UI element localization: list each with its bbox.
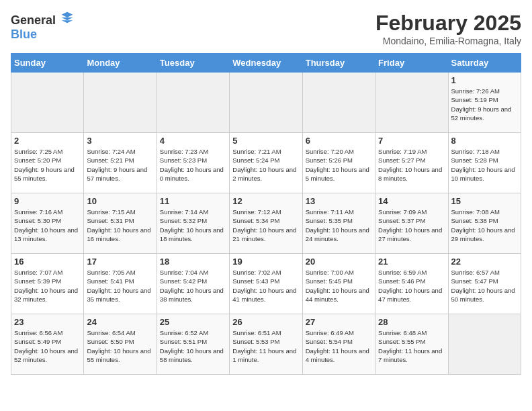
day-info: Sunrise: 7:04 AM Sunset: 5:42 PM Dayligh… — [160, 268, 226, 304]
calendar-cell: 22Sunrise: 6:57 AM Sunset: 5:47 PM Dayli… — [448, 254, 521, 314]
calendar-cell: 13Sunrise: 7:11 AM Sunset: 5:35 PM Dayli… — [302, 193, 375, 254]
day-header-thursday: Thursday — [302, 54, 375, 73]
day-number: 17 — [87, 257, 153, 267]
day-number: 20 — [306, 257, 372, 267]
day-number: 22 — [451, 257, 518, 267]
day-info: Sunrise: 6:57 AM Sunset: 5:47 PM Dayligh… — [451, 268, 518, 304]
logo-general: General — [11, 13, 56, 27]
day-number: 19 — [232, 257, 299, 267]
day-info: Sunrise: 6:59 AM Sunset: 5:46 PM Dayligh… — [378, 268, 445, 304]
calendar-cell: 3Sunrise: 7:24 AM Sunset: 5:21 PM Daylig… — [84, 133, 157, 193]
day-header-tuesday: Tuesday — [157, 54, 229, 73]
calendar-table: SundayMondayTuesdayWednesdayThursdayFrid… — [11, 53, 521, 375]
day-number: 16 — [14, 257, 81, 267]
day-number: 9 — [14, 196, 81, 206]
calendar-cell: 25Sunrise: 6:52 AM Sunset: 5:51 PM Dayli… — [157, 314, 229, 375]
day-info: Sunrise: 7:02 AM Sunset: 5:43 PM Dayligh… — [232, 268, 299, 304]
day-info: Sunrise: 7:16 AM Sunset: 5:30 PM Dayligh… — [14, 208, 81, 243]
day-info: Sunrise: 7:12 AM Sunset: 5:34 PM Dayligh… — [232, 208, 299, 243]
calendar-title: February 2025 — [375, 11, 521, 36]
day-info: Sunrise: 7:05 AM Sunset: 5:41 PM Dayligh… — [87, 268, 153, 304]
calendar-header: General Blue February 2025 Mondaino, Emi… — [11, 11, 521, 46]
day-info: Sunrise: 7:24 AM Sunset: 5:21 PM Dayligh… — [87, 147, 153, 183]
day-info: Sunrise: 7:08 AM Sunset: 5:38 PM Dayligh… — [451, 208, 518, 243]
day-info: Sunrise: 7:15 AM Sunset: 5:31 PM Dayligh… — [87, 208, 153, 243]
calendar-cell: 19Sunrise: 7:02 AM Sunset: 5:43 PM Dayli… — [230, 254, 302, 314]
calendar-cell: 6Sunrise: 7:20 AM Sunset: 5:26 PM Daylig… — [302, 133, 375, 193]
calendar-cell: 4Sunrise: 7:23 AM Sunset: 5:23 PM Daylig… — [157, 133, 229, 193]
day-header-friday: Friday — [375, 54, 448, 73]
day-info: Sunrise: 7:18 AM Sunset: 5:28 PM Dayligh… — [451, 147, 518, 183]
calendar-cell — [84, 73, 157, 133]
calendar-week-4: 16Sunrise: 7:07 AM Sunset: 5:39 PM Dayli… — [11, 254, 521, 314]
calendar-week-1: 1Sunrise: 7:26 AM Sunset: 5:19 PM Daylig… — [11, 73, 521, 133]
calendar-cell — [375, 73, 448, 133]
day-info: Sunrise: 7:19 AM Sunset: 5:27 PM Dayligh… — [378, 147, 445, 183]
calendar-week-3: 9Sunrise: 7:16 AM Sunset: 5:30 PM Daylig… — [11, 193, 521, 254]
day-info: Sunrise: 7:09 AM Sunset: 5:37 PM Dayligh… — [378, 208, 445, 243]
day-number: 27 — [306, 317, 372, 327]
day-header-saturday: Saturday — [448, 54, 521, 73]
calendar-cell: 10Sunrise: 7:15 AM Sunset: 5:31 PM Dayli… — [84, 193, 157, 254]
day-number: 3 — [87, 136, 153, 146]
calendar-cell: 11Sunrise: 7:14 AM Sunset: 5:32 PM Dayli… — [157, 193, 229, 254]
day-info: Sunrise: 7:00 AM Sunset: 5:45 PM Dayligh… — [306, 268, 372, 304]
calendar-cell: 12Sunrise: 7:12 AM Sunset: 5:34 PM Dayli… — [230, 193, 302, 254]
day-number: 23 — [14, 317, 81, 327]
day-info: Sunrise: 7:07 AM Sunset: 5:39 PM Dayligh… — [14, 268, 81, 304]
day-info: Sunrise: 6:54 AM Sunset: 5:50 PM Dayligh… — [87, 328, 153, 364]
day-number: 1 — [451, 75, 518, 85]
calendar-cell: 15Sunrise: 7:08 AM Sunset: 5:38 PM Dayli… — [448, 193, 521, 254]
calendar-cell: 2Sunrise: 7:25 AM Sunset: 5:20 PM Daylig… — [11, 133, 84, 193]
calendar-cell: 7Sunrise: 7:19 AM Sunset: 5:27 PM Daylig… — [375, 133, 448, 193]
calendar-cell: 26Sunrise: 6:51 AM Sunset: 5:53 PM Dayli… — [230, 314, 302, 375]
day-info: Sunrise: 6:48 AM Sunset: 5:55 PM Dayligh… — [378, 328, 445, 364]
title-area: February 2025 Mondaino, Emilia-Romagna, … — [375, 11, 521, 46]
day-info: Sunrise: 7:14 AM Sunset: 5:32 PM Dayligh… — [160, 208, 226, 243]
day-number: 11 — [160, 196, 226, 206]
calendar-cell: 5Sunrise: 7:21 AM Sunset: 5:24 PM Daylig… — [230, 133, 302, 193]
day-header-sunday: Sunday — [11, 54, 84, 73]
day-info: Sunrise: 7:25 AM Sunset: 5:20 PM Dayligh… — [14, 147, 81, 183]
calendar-cell: 24Sunrise: 6:54 AM Sunset: 5:50 PM Dayli… — [84, 314, 157, 375]
day-info: Sunrise: 6:52 AM Sunset: 5:51 PM Dayligh… — [160, 328, 226, 364]
day-info: Sunrise: 7:20 AM Sunset: 5:26 PM Dayligh… — [306, 147, 372, 183]
calendar-cell: 27Sunrise: 6:49 AM Sunset: 5:54 PM Dayli… — [302, 314, 375, 375]
calendar-cell: 18Sunrise: 7:04 AM Sunset: 5:42 PM Dayli… — [157, 254, 229, 314]
day-number: 13 — [306, 196, 372, 206]
calendar-cell: 20Sunrise: 7:00 AM Sunset: 5:45 PM Dayli… — [302, 254, 375, 314]
calendar-cell — [448, 314, 521, 375]
day-info: Sunrise: 7:26 AM Sunset: 5:19 PM Dayligh… — [451, 87, 518, 122]
logo-icon — [60, 11, 74, 24]
calendar-week-2: 2Sunrise: 7:25 AM Sunset: 5:20 PM Daylig… — [11, 133, 521, 193]
calendar-cell — [230, 73, 302, 133]
day-info: Sunrise: 6:56 AM Sunset: 5:49 PM Dayligh… — [14, 328, 81, 364]
calendar-cell: 28Sunrise: 6:48 AM Sunset: 5:55 PM Dayli… — [375, 314, 448, 375]
calendar-header-row: SundayMondayTuesdayWednesdayThursdayFrid… — [11, 54, 521, 73]
day-info: Sunrise: 6:49 AM Sunset: 5:54 PM Dayligh… — [306, 328, 372, 364]
logo-text: General Blue — [11, 11, 74, 42]
calendar-cell: 14Sunrise: 7:09 AM Sunset: 5:37 PM Dayli… — [375, 193, 448, 254]
day-number: 21 — [378, 257, 445, 267]
calendar-cell: 21Sunrise: 6:59 AM Sunset: 5:46 PM Dayli… — [375, 254, 448, 314]
day-info: Sunrise: 7:11 AM Sunset: 5:35 PM Dayligh… — [306, 208, 372, 243]
day-number: 7 — [378, 136, 445, 146]
calendar-cell: 1Sunrise: 7:26 AM Sunset: 5:19 PM Daylig… — [448, 73, 521, 133]
day-number: 25 — [160, 317, 226, 327]
day-info: Sunrise: 7:23 AM Sunset: 5:23 PM Dayligh… — [160, 147, 226, 183]
calendar-subtitle: Mondaino, Emilia-Romagna, Italy — [375, 36, 521, 46]
day-number: 10 — [87, 196, 153, 206]
day-number: 8 — [451, 136, 518, 146]
calendar-cell — [302, 73, 375, 133]
calendar-cell — [11, 73, 84, 133]
day-number: 18 — [160, 257, 226, 267]
day-info: Sunrise: 6:51 AM Sunset: 5:53 PM Dayligh… — [232, 328, 299, 364]
day-number: 14 — [378, 196, 445, 206]
logo-blue: Blue — [11, 28, 37, 41]
calendar-cell: 23Sunrise: 6:56 AM Sunset: 5:49 PM Dayli… — [11, 314, 84, 375]
day-number: 4 — [160, 136, 226, 146]
calendar-cell — [157, 73, 229, 133]
day-info: Sunrise: 7:21 AM Sunset: 5:24 PM Dayligh… — [232, 147, 299, 183]
calendar-cell: 9Sunrise: 7:16 AM Sunset: 5:30 PM Daylig… — [11, 193, 84, 254]
day-number: 2 — [14, 136, 81, 146]
